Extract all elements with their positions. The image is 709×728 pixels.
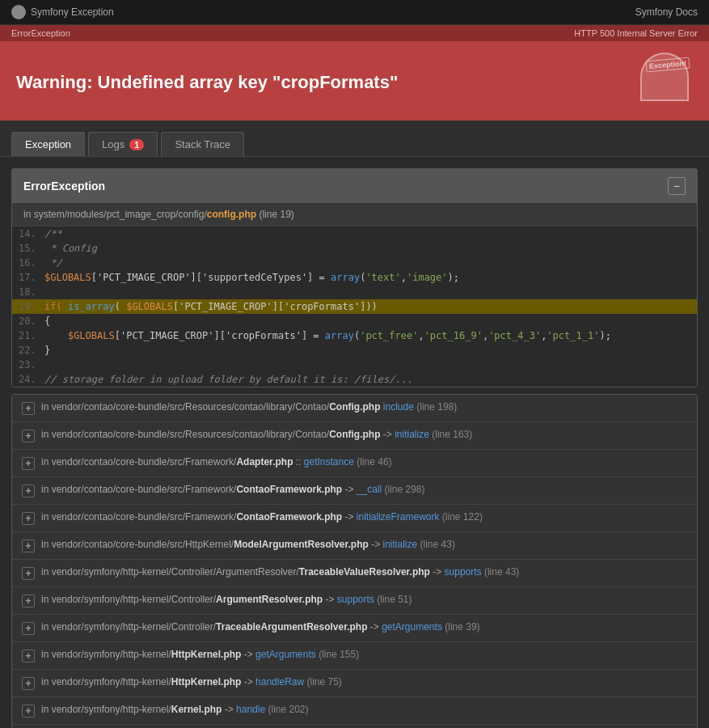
line-code-21: $GLOBALS['PCT_IMAGE_CROP']['cropFormats'…: [44, 330, 697, 341]
stack-expand-11[interactable]: +: [22, 677, 35, 690]
stack-text-9: in vendor/symfony/http-kernel/Controller…: [41, 621, 687, 633]
stack-expand-9[interactable]: +: [22, 622, 35, 635]
file-reference: in system/modules/pct_image_crop/config/…: [12, 203, 697, 226]
main-content: ErrorException − in system/modules/pct_i…: [0, 157, 709, 728]
stack-text-10: in vendor/symfony/http-kernel/HttpKernel…: [41, 649, 687, 660]
stack-item-11: + in vendor/symfony/http-kernel/HttpKern…: [12, 670, 697, 697]
top-nav-right-label: Symfony Docs: [635, 6, 698, 18]
line-num-19: 19.: [12, 301, 44, 312]
top-nav-left: Symfony Exception: [11, 5, 114, 19]
stack-text-8: in vendor/symfony/http-kernel/Controller…: [41, 594, 687, 605]
stack-item-10: + in vendor/symfony/http-kernel/HttpKern…: [12, 642, 697, 670]
stack-expand-3[interactable]: +: [22, 457, 35, 470]
line-code-24: // storage folder in upload folder by de…: [44, 374, 697, 385]
tab-exception[interactable]: Exception: [11, 132, 85, 156]
stack-item-9: + in vendor/symfony/http-kernel/Controll…: [12, 615, 697, 642]
error-header: Warning: Undefined array key "cropFormat…: [0, 41, 709, 121]
code-line-21: 21. $GLOBALS['PCT_IMAGE_CROP']['cropForm…: [12, 328, 697, 343]
exception-panel-header: ErrorException −: [12, 169, 697, 203]
stack-item-12: + in vendor/symfony/http-kernel/Kernel.p…: [12, 697, 697, 725]
line-num-17: 17.: [12, 272, 44, 283]
stack-text-4: in vendor/contao/core-bundle/src/Framewo…: [41, 484, 687, 495]
stack-item-13: + Kernel -> handle () in web/Index.php (…: [12, 725, 697, 728]
stack-expand-10[interactable]: +: [22, 650, 35, 662]
exception-panel: ErrorException − in system/modules/pct_i…: [11, 168, 698, 387]
tabs-area: Exception Logs 1 Stack Trace: [0, 121, 709, 157]
code-line-23: 23.: [12, 358, 697, 372]
top-nav-left-label: Symfony Exception: [31, 6, 114, 18]
code-line-22: 22. }: [12, 343, 697, 358]
stack-text-2: in vendor/contao/core-bundle/src/Resourc…: [41, 429, 687, 440]
line-code-22: }: [44, 345, 697, 356]
line-num-20: 20.: [12, 315, 44, 327]
line-code-16: */: [44, 257, 697, 269]
stack-item-6: + in vendor/contao/core-bundle/src/HttpK…: [12, 532, 697, 560]
stack-item-8: + in vendor/symfony/http-kernel/Controll…: [12, 587, 697, 615]
stack-expand-5[interactable]: +: [22, 512, 35, 525]
code-line-19: 19. if( is_array( $GLOBALS['PCT_IMAGE_CR…: [12, 299, 697, 314]
stack-trace-list: + in vendor/contao/core-bundle/src/Resou…: [11, 394, 698, 728]
stack-item-5: + in vendor/contao/core-bundle/src/Frame…: [12, 505, 697, 532]
tab-exception-label: Exception: [25, 138, 71, 150]
exception-ghost-icon: Exception!: [636, 53, 693, 109]
top-nav-right: Symfony Docs: [635, 6, 698, 18]
line-code-19: if( is_array( $GLOBALS['PCT_IMAGE_CROP']…: [44, 301, 697, 312]
code-line-15: 15. * Config: [12, 241, 697, 256]
status-bar: ErrorException HTTP 500 Internal Server …: [0, 25, 709, 41]
stack-text-7: in vendor/symfony/http-kernel/Controller…: [41, 566, 687, 578]
code-line-24: 24. // storage folder in upload folder b…: [12, 372, 697, 387]
stack-expand-2[interactable]: +: [22, 430, 35, 442]
stack-text-11: in vendor/symfony/http-kernel/HttpKernel…: [41, 676, 687, 688]
tab-logs-badge: 1: [129, 139, 144, 150]
line-num-23: 23.: [12, 359, 44, 370]
stack-text-6: in vendor/contao/core-bundle/src/HttpKer…: [41, 539, 687, 550]
error-title: Warning: Undefined array key "cropFormat…: [16, 72, 398, 93]
tabs-container: Exception Logs 1 Stack Trace: [11, 132, 698, 156]
code-line-18: 18.: [12, 285, 697, 299]
stack-item-4: + in vendor/contao/core-bundle/src/Frame…: [12, 477, 697, 505]
symfony-logo-icon: [11, 5, 26, 19]
line-code-18: [44, 286, 697, 298]
stack-item-1: + in vendor/contao/core-bundle/src/Resou…: [12, 395, 697, 422]
stack-item-3: + in vendor/contao/core-bundle/src/Frame…: [12, 450, 697, 477]
line-num-18: 18.: [12, 286, 44, 298]
stack-text-5: in vendor/contao/core-bundle/src/Framewo…: [41, 511, 687, 523]
exception-panel-title: ErrorException: [23, 180, 105, 193]
line-num-22: 22.: [12, 345, 44, 356]
collapse-button[interactable]: −: [668, 177, 686, 195]
stack-text-3: in vendor/contao/core-bundle/src/Framewo…: [41, 456, 687, 468]
code-line-14: 14. /**: [12, 226, 697, 241]
stack-expand-1[interactable]: +: [22, 402, 35, 415]
tab-stacktrace[interactable]: Stack Trace: [161, 132, 244, 156]
stack-expand-6[interactable]: +: [22, 540, 35, 552]
line-code-20: {: [44, 315, 697, 327]
tab-logs-label: Logs: [102, 138, 124, 150]
line-num-15: 15.: [12, 243, 44, 254]
file-name: config.php: [207, 209, 256, 220]
stack-item-2: + in vendor/contao/core-bundle/src/Resou…: [12, 422, 697, 450]
status-exception-type: ErrorException: [11, 28, 70, 38]
stack-text-1: in vendor/contao/core-bundle/src/Resourc…: [41, 401, 687, 413]
line-code-14: /**: [44, 228, 697, 239]
stack-expand-8[interactable]: +: [22, 595, 35, 607]
line-code-23: [44, 359, 697, 370]
status-http-code: HTTP 500 Internal Server Error: [574, 28, 698, 38]
stack-expand-4[interactable]: +: [22, 485, 35, 497]
line-code-17: $GLOBALS['PCT_IMAGE_CROP']['supportedCeT…: [44, 272, 697, 283]
file-line: (line 19): [259, 209, 293, 220]
stack-expand-12[interactable]: +: [22, 705, 35, 717]
line-num-21: 21.: [12, 330, 44, 341]
line-num-16: 16.: [12, 257, 44, 269]
stack-text-12: in vendor/symfony/http-kernel/Kernel.php…: [41, 704, 687, 715]
code-line-16: 16. */: [12, 256, 697, 270]
stack-item-7: + in vendor/symfony/http-kernel/Controll…: [12, 560, 697, 587]
top-nav: Symfony Exception Symfony Docs: [0, 0, 709, 25]
line-num-24: 24.: [12, 374, 44, 385]
tab-logs[interactable]: Logs 1: [88, 132, 158, 156]
code-block: 14. /** 15. * Config 16. */ 17. $GLOBALS…: [12, 226, 697, 387]
tab-stacktrace-label: Stack Trace: [175, 138, 230, 150]
stack-expand-7[interactable]: +: [22, 567, 35, 580]
line-num-14: 14.: [12, 228, 44, 239]
error-header-left: Warning: Undefined array key "cropFormat…: [16, 69, 398, 93]
line-code-15: * Config: [44, 243, 697, 254]
